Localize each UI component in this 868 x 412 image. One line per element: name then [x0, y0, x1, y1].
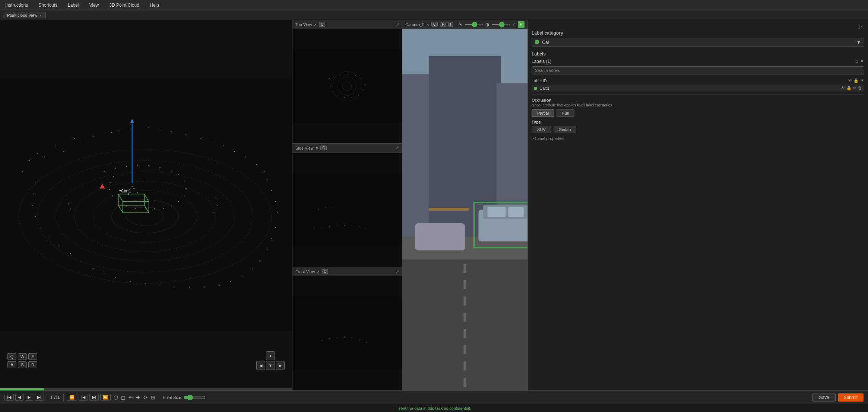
- camera-expand[interactable]: ⤢: [512, 22, 516, 27]
- side-view-close[interactable]: ×: [316, 146, 318, 150]
- top-view-expand[interactable]: ⤢: [396, 22, 399, 27]
- submit-button[interactable]: Submit: [838, 393, 864, 402]
- sort-icon[interactable]: ⇅: [855, 59, 858, 64]
- playback-rewind-btn[interactable]: ⏪: [67, 394, 77, 401]
- playback-next-btn[interactable]: ▶|: [35, 394, 44, 401]
- menu-label[interactable]: Label: [66, 2, 81, 9]
- label-lock-icon[interactable]: 🔒: [853, 78, 859, 83]
- key-a[interactable]: A: [7, 361, 16, 368]
- key-w[interactable]: W: [18, 353, 27, 360]
- filter-icon[interactable]: ▼: [860, 59, 864, 64]
- svg-point-16: [93, 136, 94, 137]
- svg-point-66: [159, 167, 160, 167]
- svg-point-146: [359, 339, 359, 340]
- camera-f-btn[interactable]: F: [440, 22, 446, 27]
- menu-help[interactable]: Help: [148, 2, 161, 9]
- car-lock-icon[interactable]: 🔒: [846, 86, 852, 90]
- select-tool-icon[interactable]: ◻: [121, 395, 126, 400]
- label-properties[interactable]: > Label properties: [532, 136, 864, 141]
- top-view-header: Top View × C ⤢: [292, 20, 402, 29]
- camera-image-area[interactable]: [402, 29, 528, 390]
- playback-prev-btn[interactable]: ◀: [15, 394, 23, 401]
- label-panel-expand[interactable]: ⤢: [859, 24, 864, 29]
- camera-header: Camera_0 × C F I ☀ ◑ ⤢ P: [402, 20, 528, 29]
- nav-right-btn[interactable]: ▶: [276, 361, 285, 370]
- point-size-slider[interactable]: [183, 395, 206, 400]
- tab-point-cloud[interactable]: Point cloud View ×: [3, 12, 46, 18]
- nav-up-btn[interactable]: ▲: [266, 351, 275, 360]
- car-delete-icon[interactable]: 🗑: [858, 86, 862, 90]
- top-view-c-btn[interactable]: C: [319, 22, 325, 27]
- svg-point-133: [344, 225, 345, 226]
- label-filter-icon[interactable]: ▼: [860, 78, 864, 83]
- playback-play-btn[interactable]: ▶: [25, 394, 33, 401]
- label-eye-icon[interactable]: 👁: [848, 78, 852, 83]
- occlusion-partial-btn[interactable]: Partial: [532, 109, 554, 117]
- playback-ff-btn[interactable]: ⏩: [100, 394, 111, 401]
- brightness-slider[interactable]: [465, 24, 483, 25]
- menu-instructions[interactable]: Instructions: [3, 2, 30, 9]
- tab-point-cloud-close[interactable]: ×: [39, 13, 42, 17]
- menu-view[interactable]: View: [87, 2, 101, 9]
- car-eye-icon[interactable]: 👁: [841, 86, 845, 90]
- point-cloud-panel[interactable]: ^Car:1 Q W E A S D ▲: [0, 20, 292, 390]
- brush-tool-icon[interactable]: ✏: [129, 395, 133, 400]
- top-view-content[interactable]: [292, 29, 402, 143]
- menu-shortcuts[interactable]: Shortcuts: [36, 2, 60, 9]
- nav-down-btn[interactable]: ▼: [266, 361, 275, 370]
- front-view-c-btn[interactable]: C: [322, 269, 328, 274]
- camera-close[interactable]: ×: [427, 22, 429, 27]
- nav-left-btn[interactable]: ◀: [256, 361, 265, 370]
- svg-point-35: [275, 227, 276, 228]
- occlusion-section: Occlusion global attribute that applies …: [532, 98, 864, 117]
- brightness-icon: ☀: [458, 22, 462, 27]
- timeline-bar[interactable]: [0, 388, 292, 390]
- transform-tool-icon[interactable]: ⟳: [143, 395, 148, 400]
- svg-point-85: [69, 203, 69, 204]
- pc-canvas[interactable]: ^Car:1 Q W E A S D ▲: [0, 20, 292, 390]
- key-e[interactable]: E: [28, 353, 37, 360]
- toolbar-sep-2: [63, 394, 64, 401]
- label-category-select[interactable]: Car ▼: [532, 38, 864, 47]
- side-view-c-btn[interactable]: C: [320, 146, 327, 150]
- front-view-content[interactable]: [292, 276, 402, 390]
- playback-frame-back-btn[interactable]: |◀: [79, 394, 88, 401]
- search-labels-input[interactable]: [532, 66, 864, 74]
- front-view-close[interactable]: ×: [317, 269, 319, 274]
- svg-point-136: [366, 228, 367, 229]
- type-suv-btn[interactable]: SUV: [532, 126, 551, 133]
- crosshair-tool-icon[interactable]: ✚: [136, 395, 140, 400]
- label-id-row[interactable]: Car:1 👁 🔒 ✏ 🗑: [532, 84, 864, 92]
- p-btn[interactable]: P: [518, 21, 525, 28]
- label-id-title: Label ID: [532, 79, 547, 83]
- lasso-tool-icon[interactable]: ⬡: [114, 395, 118, 400]
- key-d[interactable]: D: [28, 361, 37, 368]
- divider-1: [532, 95, 864, 95]
- side-view-expand[interactable]: ⤢: [396, 146, 399, 150]
- svg-point-88: [217, 205, 218, 206]
- type-sedan-btn[interactable]: Sedan: [554, 126, 577, 133]
- key-s[interactable]: S: [18, 361, 27, 368]
- top-view-panel: Top View × C ⤢: [292, 20, 402, 144]
- playback-first-btn[interactable]: |◀: [4, 394, 14, 401]
- group-tool-icon[interactable]: ⊞: [151, 395, 155, 400]
- type-title: Type: [532, 120, 864, 124]
- top-view-close[interactable]: ×: [314, 22, 316, 27]
- key-q[interactable]: Q: [7, 353, 16, 360]
- save-button[interactable]: Save: [812, 393, 835, 402]
- menu-3d-point-cloud[interactable]: 3D Point Cloud: [107, 2, 142, 9]
- camera-image-svg: [402, 29, 528, 390]
- svg-point-19: [130, 129, 131, 130]
- svg-point-57: [35, 216, 36, 217]
- svg-point-122: [358, 95, 359, 95]
- side-view-content[interactable]: [292, 153, 402, 267]
- svg-point-22: [171, 131, 171, 132]
- camera-i-btn[interactable]: I: [448, 22, 453, 27]
- contrast-slider[interactable]: [491, 24, 510, 25]
- car-edit-icon[interactable]: ✏: [853, 86, 856, 90]
- front-view-expand[interactable]: ⤢: [396, 269, 399, 274]
- camera-c-btn[interactable]: C: [431, 22, 438, 27]
- side-view-panel: Side View × C ⤢: [292, 144, 402, 267]
- playback-frame-fwd-btn[interactable]: ▶|: [89, 394, 99, 401]
- occlusion-full-btn[interactable]: Full: [557, 109, 574, 117]
